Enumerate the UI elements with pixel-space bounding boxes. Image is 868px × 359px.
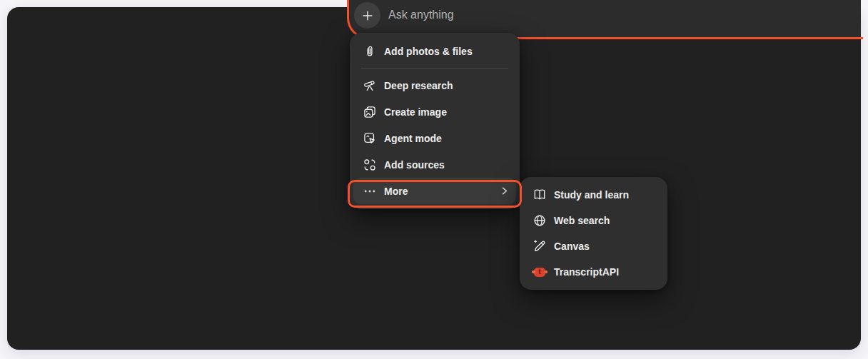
plus-icon: [360, 9, 375, 23]
paperclip-icon: [363, 44, 377, 59]
menu-item-add-sources[interactable]: Add sources: [353, 151, 516, 178]
composer-placeholder: Ask anything: [388, 8, 454, 22]
composer-tools-menu: Add photos & files Deep research Create …: [350, 33, 520, 209]
more-submenu: Study and learn Web search Canvas t Tran…: [520, 177, 667, 290]
open-book-icon: [533, 188, 547, 202]
globe-icon: [533, 213, 547, 228]
submenu-item-study-and-learn[interactable]: Study and learn: [523, 182, 664, 208]
badge-right-dot: [545, 270, 548, 274]
ellipsis-icon: [363, 184, 377, 198]
agent-cursor-icon: [363, 131, 377, 146]
menu-item-more[interactable]: More: [353, 178, 516, 204]
badge-letter: t: [534, 268, 545, 277]
submenu-item-label: Canvas: [554, 241, 590, 252]
submenu-item-label: TranscriptAPI: [554, 266, 619, 278]
submenu-item-label: Study and learn: [554, 189, 629, 201]
menu-item-agent-mode[interactable]: Agent mode: [353, 125, 516, 151]
menu-item-label: More: [384, 186, 408, 197]
submenu-item-canvas[interactable]: Canvas: [523, 233, 664, 259]
menu-item-label: Deep research: [384, 80, 453, 91]
submenu-item-label: Web search: [554, 215, 610, 226]
transcript-api-badge-icon: t: [533, 266, 547, 278]
menu-item-create-image[interactable]: Create image: [353, 98, 516, 125]
menu-item-deep-research[interactable]: Deep research: [353, 72, 516, 98]
menu-item-label: Add photos & files: [384, 46, 473, 57]
menu-item-label: Create image: [384, 106, 447, 118]
menu-item-label: Add sources: [384, 159, 445, 171]
submenu-item-web-search[interactable]: Web search: [523, 208, 664, 233]
images-icon: [363, 105, 377, 119]
composer-input[interactable]: Ask anything: [349, 0, 861, 37]
telescope-icon: [363, 79, 377, 93]
chevron-right-icon: [499, 186, 510, 196]
pencil-sparkle-icon: [533, 239, 547, 253]
sources-icon: [363, 158, 377, 172]
menu-item-label: Agent mode: [384, 133, 442, 144]
add-attachment-button[interactable]: [354, 2, 380, 29]
submenu-item-transcriptapi[interactable]: t TranscriptAPI: [523, 259, 664, 285]
badge-left-dot: [532, 270, 535, 274]
menu-divider: [361, 68, 508, 69]
menu-item-add-photos-files[interactable]: Add photos & files: [353, 38, 516, 64]
